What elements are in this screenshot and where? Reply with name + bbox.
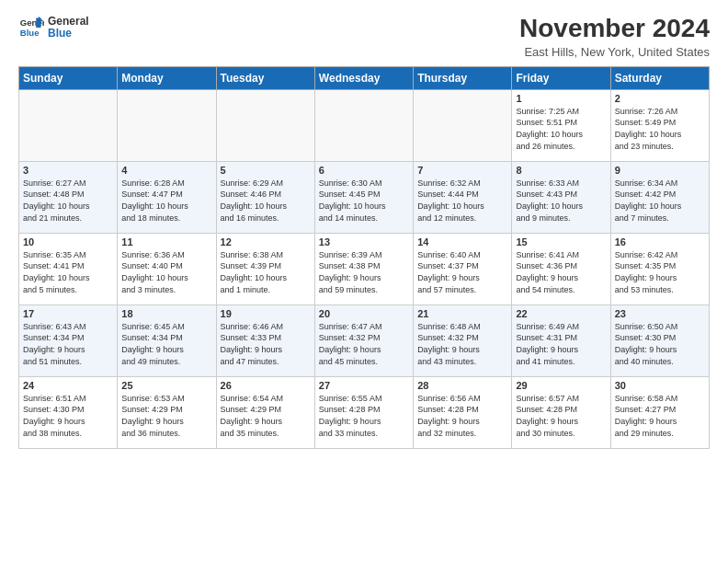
table-row: 28Sunrise: 6:56 AM Sunset: 4:28 PM Dayli…: [414, 376, 512, 448]
day-info: Sunrise: 6:43 AM Sunset: 4:34 PM Dayligh…: [23, 321, 113, 367]
day-info: Sunrise: 6:32 AM Sunset: 4:44 PM Dayligh…: [417, 178, 507, 224]
day-number: 11: [121, 236, 211, 247]
col-tuesday: Tuesday: [216, 66, 314, 89]
svg-text:Blue: Blue: [20, 28, 40, 38]
table-row: [314, 89, 413, 161]
table-row: 15Sunrise: 6:41 AM Sunset: 4:36 PM Dayli…: [512, 233, 610, 304]
day-info: Sunrise: 6:30 AM Sunset: 4:45 PM Dayligh…: [319, 178, 409, 224]
day-number: 14: [417, 236, 507, 247]
day-number: 26: [221, 380, 311, 391]
col-thursday: Thursday: [414, 66, 512, 89]
day-info: Sunrise: 7:26 AM Sunset: 5:49 PM Dayligh…: [615, 106, 705, 152]
table-row: 20Sunrise: 6:47 AM Sunset: 4:32 PM Dayli…: [314, 304, 413, 376]
col-wednesday: Wednesday: [314, 66, 413, 89]
calendar-week-row: 3Sunrise: 6:27 AM Sunset: 4:48 PM Daylig…: [19, 161, 710, 233]
day-number: 21: [417, 308, 507, 319]
calendar-table: Sunday Monday Tuesday Wednesday Thursday…: [18, 66, 710, 449]
day-info: Sunrise: 6:41 AM Sunset: 4:36 PM Dayligh…: [516, 249, 606, 295]
table-row: 23Sunrise: 6:50 AM Sunset: 4:30 PM Dayli…: [610, 304, 709, 376]
day-info: Sunrise: 6:47 AM Sunset: 4:32 PM Dayligh…: [319, 321, 409, 367]
day-number: 18: [121, 308, 211, 319]
calendar-week-row: 1Sunrise: 7:25 AM Sunset: 5:51 PM Daylig…: [19, 89, 710, 161]
table-row: [118, 89, 216, 161]
table-row: 6Sunrise: 6:30 AM Sunset: 4:45 PM Daylig…: [314, 161, 413, 233]
table-row: 16Sunrise: 6:42 AM Sunset: 4:35 PM Dayli…: [610, 233, 709, 304]
page: General Blue General Blue November 2024 …: [0, 0, 728, 563]
table-row: 25Sunrise: 6:53 AM Sunset: 4:29 PM Dayli…: [118, 376, 216, 448]
table-row: 11Sunrise: 6:36 AM Sunset: 4:40 PM Dayli…: [118, 233, 216, 304]
title-block: November 2024 East Hills, New York, Unit…: [519, 15, 710, 59]
table-row: 27Sunrise: 6:55 AM Sunset: 4:28 PM Dayli…: [314, 376, 413, 448]
day-info: Sunrise: 6:29 AM Sunset: 4:46 PM Dayligh…: [221, 178, 311, 224]
day-number: 19: [221, 308, 311, 319]
calendar-week-row: 10Sunrise: 6:35 AM Sunset: 4:41 PM Dayli…: [19, 233, 710, 304]
logo-icon: General Blue: [18, 15, 44, 40]
day-number: 30: [615, 380, 705, 391]
logo: General Blue General Blue: [18, 15, 89, 40]
day-info: Sunrise: 6:34 AM Sunset: 4:42 PM Dayligh…: [615, 178, 705, 224]
day-info: Sunrise: 6:39 AM Sunset: 4:38 PM Dayligh…: [319, 249, 409, 295]
day-number: 2: [615, 93, 705, 104]
day-number: 10: [23, 236, 113, 247]
day-info: Sunrise: 6:58 AM Sunset: 4:27 PM Dayligh…: [615, 393, 705, 439]
day-info: Sunrise: 6:54 AM Sunset: 4:29 PM Dayligh…: [221, 393, 311, 439]
day-info: Sunrise: 6:55 AM Sunset: 4:28 PM Dayligh…: [319, 393, 409, 439]
table-row: 21Sunrise: 6:48 AM Sunset: 4:32 PM Dayli…: [414, 304, 512, 376]
day-number: 8: [516, 165, 606, 176]
table-row: 9Sunrise: 6:34 AM Sunset: 4:42 PM Daylig…: [610, 161, 709, 233]
col-friday: Friday: [512, 66, 610, 89]
day-info: Sunrise: 6:56 AM Sunset: 4:28 PM Dayligh…: [417, 393, 507, 439]
table-row: 2Sunrise: 7:26 AM Sunset: 5:49 PM Daylig…: [610, 89, 709, 161]
table-row: 24Sunrise: 6:51 AM Sunset: 4:30 PM Dayli…: [19, 376, 118, 448]
table-row: 29Sunrise: 6:57 AM Sunset: 4:28 PM Dayli…: [512, 376, 610, 448]
day-info: Sunrise: 6:57 AM Sunset: 4:28 PM Dayligh…: [516, 393, 606, 439]
table-row: 17Sunrise: 6:43 AM Sunset: 4:34 PM Dayli…: [19, 304, 118, 376]
day-info: Sunrise: 6:46 AM Sunset: 4:33 PM Dayligh…: [221, 321, 311, 367]
table-row: 12Sunrise: 6:38 AM Sunset: 4:39 PM Dayli…: [216, 233, 314, 304]
table-row: 13Sunrise: 6:39 AM Sunset: 4:38 PM Dayli…: [314, 233, 413, 304]
day-info: Sunrise: 6:49 AM Sunset: 4:31 PM Dayligh…: [516, 321, 606, 367]
day-number: 24: [23, 380, 113, 391]
table-row: 8Sunrise: 6:33 AM Sunset: 4:43 PM Daylig…: [512, 161, 610, 233]
table-row: 4Sunrise: 6:28 AM Sunset: 4:47 PM Daylig…: [118, 161, 216, 233]
day-info: Sunrise: 6:42 AM Sunset: 4:35 PM Dayligh…: [615, 249, 705, 295]
calendar-header-row: Sunday Monday Tuesday Wednesday Thursday…: [19, 66, 710, 89]
day-number: 1: [516, 93, 606, 104]
calendar-week-row: 24Sunrise: 6:51 AM Sunset: 4:30 PM Dayli…: [19, 376, 710, 448]
day-info: Sunrise: 6:50 AM Sunset: 4:30 PM Dayligh…: [615, 321, 705, 367]
day-number: 12: [221, 236, 311, 247]
logo-blue: Blue: [48, 28, 89, 40]
table-row: 1Sunrise: 7:25 AM Sunset: 5:51 PM Daylig…: [512, 89, 610, 161]
day-number: 22: [516, 308, 606, 319]
day-info: Sunrise: 6:45 AM Sunset: 4:34 PM Dayligh…: [121, 321, 211, 367]
day-number: 3: [23, 165, 113, 176]
day-number: 16: [615, 236, 705, 247]
table-row: 14Sunrise: 6:40 AM Sunset: 4:37 PM Dayli…: [414, 233, 512, 304]
day-info: Sunrise: 6:51 AM Sunset: 4:30 PM Dayligh…: [23, 393, 113, 439]
table-row: 7Sunrise: 6:32 AM Sunset: 4:44 PM Daylig…: [414, 161, 512, 233]
table-row: 26Sunrise: 6:54 AM Sunset: 4:29 PM Dayli…: [216, 376, 314, 448]
day-number: 20: [319, 308, 409, 319]
calendar-week-row: 17Sunrise: 6:43 AM Sunset: 4:34 PM Dayli…: [19, 304, 710, 376]
day-number: 6: [319, 165, 409, 176]
day-info: Sunrise: 6:38 AM Sunset: 4:39 PM Dayligh…: [221, 249, 311, 295]
day-info: Sunrise: 6:48 AM Sunset: 4:32 PM Dayligh…: [417, 321, 507, 367]
day-number: 23: [615, 308, 705, 319]
day-info: Sunrise: 6:33 AM Sunset: 4:43 PM Dayligh…: [516, 178, 606, 224]
day-number: 28: [417, 380, 507, 391]
table-row: 5Sunrise: 6:29 AM Sunset: 4:46 PM Daylig…: [216, 161, 314, 233]
col-saturday: Saturday: [610, 66, 709, 89]
table-row: [216, 89, 314, 161]
table-row: 10Sunrise: 6:35 AM Sunset: 4:41 PM Dayli…: [19, 233, 118, 304]
month-title: November 2024: [519, 15, 710, 43]
table-row: 3Sunrise: 6:27 AM Sunset: 4:48 PM Daylig…: [19, 161, 118, 233]
table-row: 18Sunrise: 6:45 AM Sunset: 4:34 PM Dayli…: [118, 304, 216, 376]
table-row: 19Sunrise: 6:46 AM Sunset: 4:33 PM Dayli…: [216, 304, 314, 376]
day-info: Sunrise: 6:28 AM Sunset: 4:47 PM Dayligh…: [121, 178, 211, 224]
table-row: [414, 89, 512, 161]
day-info: Sunrise: 6:40 AM Sunset: 4:37 PM Dayligh…: [417, 249, 507, 295]
day-number: 9: [615, 165, 705, 176]
col-sunday: Sunday: [19, 66, 118, 89]
day-number: 5: [221, 165, 311, 176]
header: General Blue General Blue November 2024 …: [18, 15, 710, 59]
